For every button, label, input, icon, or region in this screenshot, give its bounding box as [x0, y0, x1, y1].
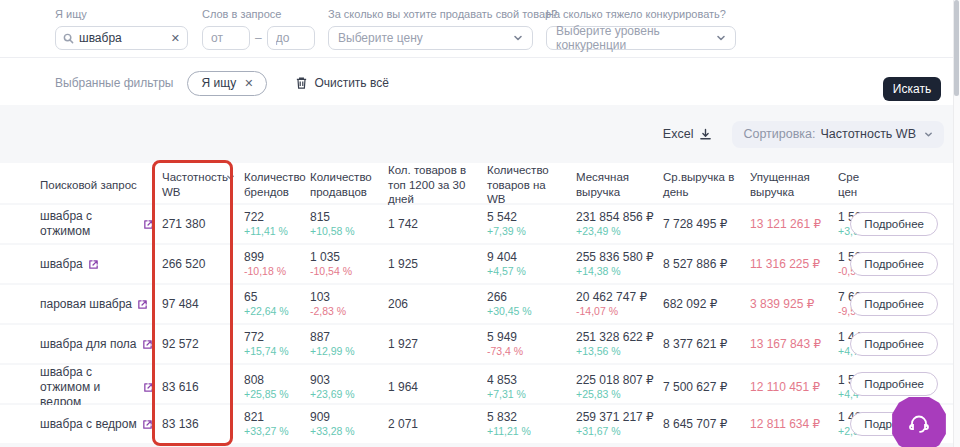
sellers-cell: 1 035-10,54 % — [310, 250, 388, 278]
words-to-input[interactable] — [267, 26, 315, 50]
filter-panel: Я ищу ✕ Слов в запросе – За сколько вы х… — [0, 0, 953, 105]
query-link[interactable]: швабра — [40, 257, 83, 272]
frequency-cell: 271 380 — [162, 217, 244, 232]
top1200-cell: 1 742 — [388, 217, 487, 232]
page-scrollbar[interactable] — [953, 0, 960, 447]
goods-cell: 4 853+7,31 % — [487, 373, 576, 401]
details-button[interactable]: Подробнее — [850, 212, 938, 236]
details-button[interactable]: Подробнее — [850, 332, 938, 356]
lost-revenue-cell: 13 121 261 ₽ — [750, 217, 838, 232]
trash-icon — [295, 76, 308, 90]
clear-search-icon[interactable]: ✕ — [171, 33, 180, 44]
brands-cell: 65+22,64 % — [244, 290, 310, 318]
competition-select-placeholder: Выберите уровень конкуренции — [556, 24, 716, 52]
filter-chip-label: Я ищу — [201, 76, 236, 90]
search-icon — [63, 33, 74, 44]
avg-revenue-day-cell: 7 500 627 ₽ — [663, 380, 750, 395]
query-link[interactable]: швабра для пола — [40, 337, 137, 352]
col-header-goods-wb: Количество товаров на WB — [487, 163, 576, 207]
frequency-cell: 92 572 — [162, 337, 244, 352]
details-button[interactable]: Подробнее — [850, 292, 938, 316]
goods-cell: 5 832+11,21 % — [487, 410, 576, 438]
sort-label: Сортировка: — [743, 127, 815, 141]
price-question-label: За сколько вы хотите продавать свой това… — [328, 8, 557, 20]
search-submit-button[interactable]: Искать — [883, 77, 941, 101]
col-header-query: Поисковой запрос — [40, 178, 162, 193]
revenue-cell: 259 371 217 ₽+31,67 % — [576, 410, 663, 438]
price-select-placeholder: Выберите цену — [338, 31, 423, 45]
brands-cell: 772+15,74 % — [244, 330, 310, 358]
lost-revenue-cell: 12 110 451 ₽ — [750, 380, 838, 395]
avg-revenue-day-cell: 682 092 ₽ — [663, 297, 750, 312]
table-row: швабра с отжимом 271 380 722+11,41 % 815… — [0, 205, 953, 243]
table-header-row: Поисковой запрос Частотность WB Количест… — [0, 163, 953, 203]
excel-export-button[interactable]: Excel — [663, 127, 713, 141]
table-row: швабра с отжимом и ведром 83 616 808+25,… — [0, 365, 953, 403]
external-link-icon[interactable] — [137, 299, 148, 310]
excel-label: Excel — [663, 127, 694, 141]
table-row: швабра для пола 92 572 772+15,74 % 887+1… — [0, 325, 953, 363]
chip-close-icon[interactable]: ✕ — [244, 78, 253, 89]
external-link-icon[interactable] — [88, 259, 99, 270]
col-header-frequency[interactable]: Частотность WB — [162, 170, 244, 199]
query-link[interactable]: паровая швабра — [40, 297, 132, 312]
sellers-cell: 887+12,99 % — [310, 330, 388, 358]
avg-revenue-day-cell: 8 645 707 ₽ — [663, 417, 750, 432]
details-button[interactable]: Подробнее — [850, 372, 938, 396]
query-link[interactable]: швабра с отжимом и ведром — [40, 365, 138, 410]
details-button[interactable]: Подробнее — [850, 252, 938, 276]
filter-chip[interactable]: Я ищу ✕ — [187, 71, 267, 96]
query-cell: швабра с отжимом и ведром — [40, 365, 162, 410]
col-header-avg-price: Сре цен — [838, 170, 868, 199]
external-link-icon[interactable] — [143, 382, 154, 393]
brands-cell: 899-10,18 % — [244, 250, 310, 278]
search-label: Я ищу — [55, 8, 188, 20]
panel-divider — [0, 57, 953, 58]
top1200-cell: 1 964 — [388, 380, 487, 395]
clear-all-button[interactable]: Очистить всё — [295, 76, 388, 90]
sort-selector[interactable]: Сортировка: Частотность WB — [732, 121, 944, 148]
selected-filters-label: Выбранные фильтры — [55, 76, 173, 90]
sort-chevron-icon — [226, 173, 235, 182]
range-dash: – — [255, 31, 262, 45]
search-input-box[interactable]: ✕ — [55, 26, 188, 50]
top1200-cell: 1 927 — [388, 337, 487, 352]
brands-cell: 821+33,27 % — [244, 410, 310, 438]
revenue-cell: 225 018 807 ₽+25,83 % — [576, 373, 663, 401]
external-link-icon[interactable] — [142, 339, 153, 350]
lost-revenue-cell: 13 167 843 ₽ — [750, 337, 838, 352]
search-input[interactable] — [79, 31, 166, 45]
lost-revenue-cell: 12 811 634 ₽ — [750, 417, 838, 432]
revenue-cell: 251 328 622 ₽+13,56 % — [576, 330, 663, 358]
competition-select[interactable]: Выберите уровень конкуренции — [546, 26, 736, 50]
chevron-down-icon — [716, 33, 726, 43]
competition-question-label: На сколько тяжело конкурировать? — [546, 8, 736, 20]
query-cell: швабра для пола — [40, 337, 162, 352]
col-header-monthly-revenue: Месячная выручка — [576, 170, 663, 199]
sellers-cell: 103-2,83 % — [310, 290, 388, 318]
query-cell: паровая швабра — [40, 297, 162, 312]
external-link-icon[interactable] — [142, 419, 153, 430]
top1200-cell: 1 925 — [388, 257, 487, 272]
download-icon — [699, 128, 712, 141]
col-header-brands: Количество брендов — [244, 170, 310, 199]
table-row: швабра с ведром 83 136 821+33,27 % 909+3… — [0, 405, 953, 443]
col-header-lost-revenue: Упущенная выручка — [750, 170, 838, 199]
sellers-cell: 909+33,28 % — [310, 410, 388, 438]
goods-cell: 5 949-73,4 % — [487, 330, 576, 358]
price-select[interactable]: Выберите цену — [328, 26, 533, 50]
query-link[interactable]: швабра с отжимом — [40, 209, 138, 239]
col-header-top1200: Кол. товаров в топ 1200 за 30 дней — [388, 163, 487, 207]
revenue-cell: 255 836 580 ₽+14,38 % — [576, 250, 663, 278]
col-header-avg-revenue-day: Ср.выручка в день — [663, 170, 750, 199]
query-link[interactable]: швабра с ведром — [40, 417, 137, 432]
scrollbar-thumb[interactable] — [954, 0, 959, 96]
sellers-cell: 815+10,58 % — [310, 210, 388, 238]
support-chat-button[interactable] — [891, 396, 947, 447]
external-link-icon[interactable] — [143, 219, 154, 230]
words-from-input[interactable] — [202, 26, 250, 50]
table-body: швабра с отжимом 271 380 722+11,41 % 815… — [0, 205, 953, 443]
top1200-cell: 206 — [388, 297, 487, 312]
goods-cell: 9 404+4,57 % — [487, 250, 576, 278]
frequency-cell: 266 520 — [162, 257, 244, 272]
